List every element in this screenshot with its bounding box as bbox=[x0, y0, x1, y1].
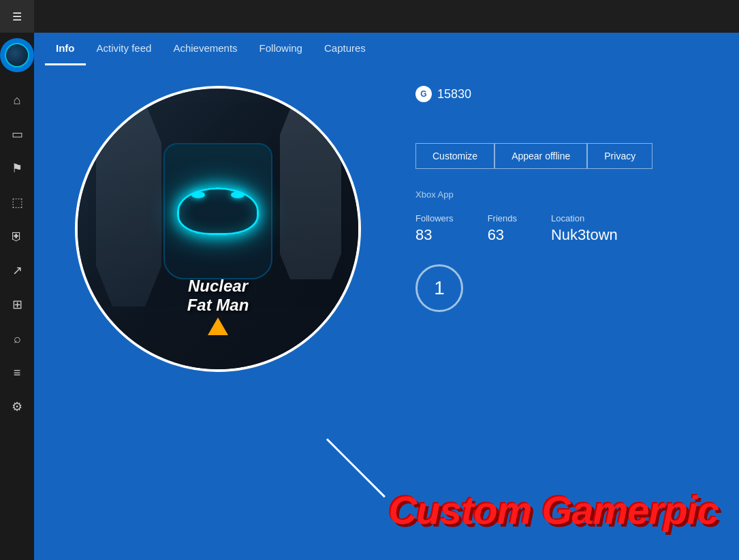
queue-icon: ≡ bbox=[14, 366, 21, 380]
tv-icon: ▭ bbox=[12, 127, 23, 142]
user-avatar[interactable] bbox=[0, 38, 34, 72]
followers-label: Followers bbox=[415, 213, 454, 223]
level-badge: 1 bbox=[415, 264, 463, 312]
sidebar-item-messages[interactable]: ⬚ bbox=[0, 187, 34, 218]
sidebar-item-achievements[interactable]: ⚑ bbox=[0, 153, 34, 184]
sidebar-item-tv[interactable]: ▭ bbox=[0, 119, 34, 150]
tab-activity-feed[interactable]: Activity feed bbox=[86, 33, 163, 65]
friends-label: Friends bbox=[488, 213, 517, 223]
sidebar-item-settings[interactable]: ⚙ bbox=[0, 391, 34, 422]
pointer-line bbox=[326, 438, 386, 497]
privacy-button[interactable]: Privacy bbox=[587, 143, 652, 169]
customize-button[interactable]: Customize bbox=[415, 143, 494, 169]
xbox-app-label: Xbox App bbox=[415, 189, 725, 200]
mask-body bbox=[163, 143, 272, 279]
trending-icon: ↗ bbox=[12, 263, 22, 278]
sidebar-item-shield[interactable]: ⛨ bbox=[0, 221, 34, 252]
sidebar-nav: ⌂ ▭ ⚑ ⬚ ⛨ ↗ ⊞ ⌕ ≡ ⚙ bbox=[0, 78, 34, 560]
top-bar bbox=[34, 0, 739, 33]
level-value: 1 bbox=[434, 277, 445, 299]
friends-value: 63 bbox=[488, 226, 517, 244]
tab-following[interactable]: Following bbox=[249, 33, 313, 65]
shield-icon: ⛨ bbox=[11, 230, 23, 244]
profile-circle[interactable]: Nuclear Fat Man bbox=[75, 86, 361, 372]
store-icon: ⊞ bbox=[12, 297, 22, 312]
tab-info[interactable]: Info bbox=[45, 33, 86, 65]
stat-friends: Friends 63 bbox=[488, 213, 517, 244]
avatar-image bbox=[5, 43, 29, 67]
stats-row: Followers 83 Friends 63 Location Nuk3tow… bbox=[415, 213, 725, 244]
sidebar: ☰ ⌂ ▭ ⚑ ⬚ ⛨ ↗ ⊞ ⌕ ≡ ⚙ bbox=[0, 0, 34, 560]
content-area: Nuclear Fat Man G 15830 Cus bbox=[34, 65, 739, 560]
nav-tabs: Info Activity feed Achievements Followin… bbox=[34, 33, 739, 65]
gamerscore-icon: G bbox=[415, 86, 432, 102]
location-label: Location bbox=[551, 213, 618, 223]
location-value: Nuk3town bbox=[551, 226, 618, 244]
triangle-badge bbox=[208, 317, 228, 335]
sidebar-item-home[interactable]: ⌂ bbox=[0, 84, 34, 116]
followers-value: 83 bbox=[415, 226, 454, 244]
custom-gamerpic-text: Custom Gamerpic bbox=[388, 487, 719, 533]
appear-offline-button[interactable]: Appear offline bbox=[494, 143, 587, 169]
char-right bbox=[277, 109, 345, 279]
tab-achievements[interactable]: Achievements bbox=[162, 33, 248, 65]
settings-icon: ⚙ bbox=[12, 399, 22, 414]
profile-name: Nuclear Fat Man bbox=[187, 277, 249, 315]
stat-location: Location Nuk3town bbox=[551, 213, 618, 244]
hamburger-icon: ☰ bbox=[12, 10, 22, 23]
profile-pic-area: Nuclear Fat Man bbox=[75, 86, 368, 379]
mask-glow bbox=[177, 187, 259, 235]
sidebar-item-store[interactable]: ⊞ bbox=[0, 289, 34, 320]
info-panel: G 15830 Customize Appear offline Privacy… bbox=[415, 86, 725, 312]
gamerpic-background: Nuclear Fat Man bbox=[78, 89, 358, 369]
main-area: Info Activity feed Achievements Followin… bbox=[34, 0, 739, 560]
gamerscore-section: G 15830 bbox=[415, 86, 725, 102]
sidebar-item-queue[interactable]: ≡ bbox=[0, 357, 34, 388]
achievements-icon: ⚑ bbox=[12, 161, 22, 176]
home-icon: ⌂ bbox=[14, 93, 21, 108]
sidebar-item-search[interactable]: ⌕ bbox=[0, 323, 34, 354]
messages-icon: ⬚ bbox=[12, 195, 23, 210]
stat-followers: Followers 83 bbox=[415, 213, 454, 244]
hamburger-button[interactable]: ☰ bbox=[0, 0, 34, 33]
action-buttons: Customize Appear offline Privacy bbox=[415, 143, 725, 169]
search-icon: ⌕ bbox=[14, 332, 21, 346]
sidebar-item-trending[interactable]: ↗ bbox=[0, 255, 34, 286]
gamerscore-value: 15830 bbox=[437, 87, 471, 102]
tab-captures[interactable]: Captures bbox=[313, 33, 377, 65]
